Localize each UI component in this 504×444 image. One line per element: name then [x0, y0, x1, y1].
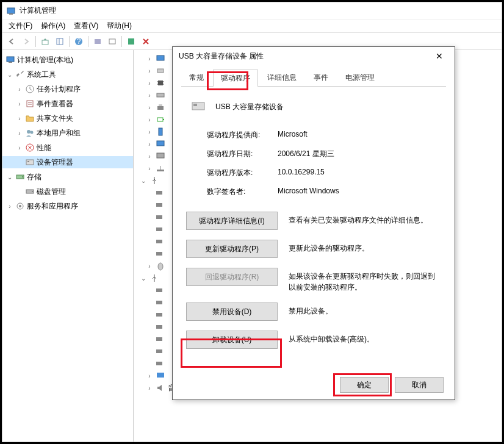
device-icon: [154, 224, 164, 234]
forward-button[interactable]: [20, 35, 33, 48]
svg-rect-55: [156, 337, 162, 341]
svg-rect-48: [156, 240, 162, 243]
svg-rect-1: [9, 13, 13, 15]
tree-root[interactable]: 计算机管理(本地): [17, 55, 73, 65]
signer-label: 数字签名者:: [207, 187, 278, 197]
tb-icon-1[interactable]: [91, 35, 104, 48]
device-icon: [154, 310, 164, 320]
svg-rect-57: [156, 362, 162, 365]
svg-rect-39: [159, 128, 162, 135]
svg-rect-45: [156, 203, 162, 207]
help-button[interactable]: ?: [72, 35, 85, 48]
expand-icon[interactable]: ›: [16, 86, 23, 93]
svg-rect-40: [157, 141, 164, 146]
rollback-driver-desc: 如果该设备在更新驱动程序时失败，则回退到以前安装的驱动程序。: [289, 268, 441, 293]
tab-power[interactable]: 电源管理: [337, 69, 383, 86]
svg-rect-46: [156, 215, 162, 219]
tree-performance[interactable]: 性能: [37, 143, 51, 153]
audio-icon: [156, 383, 165, 393]
window-title: 计算机管理: [20, 5, 56, 16]
tab-general[interactable]: 常规: [181, 69, 212, 86]
device-icon: [154, 322, 164, 332]
version-value: 10.0.16299.15: [278, 168, 325, 178]
svg-rect-0: [7, 8, 15, 13]
expand-icon[interactable]: ›: [16, 130, 23, 137]
update-driver-button[interactable]: 更新驱动程序(P): [186, 240, 278, 258]
driver-details-desc: 查看有关已安装驱动程序文件的详细信息。: [289, 212, 441, 226]
expand-icon[interactable]: ⌄: [6, 71, 13, 78]
device-manager-icon: [25, 157, 35, 167]
uninstall-device-button[interactable]: 卸载设备(U): [186, 331, 278, 349]
mouse-icon: [156, 261, 165, 271]
device-icon: [154, 188, 164, 198]
svg-point-17: [31, 131, 34, 134]
device-icon: [154, 249, 164, 259]
svg-rect-58: [157, 373, 164, 378]
date-label: 驱动程序日期:: [207, 149, 278, 159]
tree-local-users[interactable]: 本地用户和组: [37, 128, 81, 138]
tree-disk-mgmt[interactable]: 磁盘管理: [37, 187, 66, 197]
tree-task-scheduler[interactable]: 任务计划程序: [37, 84, 81, 95]
tb-icon-3[interactable]: [124, 35, 138, 48]
svg-rect-10: [7, 57, 14, 62]
cancel-button[interactable]: 取消: [395, 377, 444, 393]
clock-icon: [25, 84, 35, 94]
tab-details[interactable]: 详细信息: [259, 69, 304, 86]
svg-rect-51: [156, 288, 162, 292]
svg-point-50: [158, 263, 163, 270]
usb-icon: [149, 176, 159, 185]
tree-storage[interactable]: 存储: [27, 172, 41, 182]
tree-event-viewer[interactable]: 事件查看器: [37, 99, 73, 109]
tree-system-tools[interactable]: 系统工具: [27, 70, 56, 80]
services-icon: [15, 201, 25, 211]
expand-icon[interactable]: ›: [16, 101, 23, 107]
menu-file[interactable]: 文件(F): [5, 20, 36, 32]
network-icon: [156, 163, 165, 173]
menu-view[interactable]: 查看(V): [70, 20, 102, 32]
app-icon: [6, 6, 16, 16]
dialog-titlebar: USB 大容量存储设备 属性 ✕: [173, 47, 455, 65]
computer-icon: [5, 55, 15, 65]
svg-rect-8: [109, 39, 115, 44]
back-button[interactable]: [5, 35, 18, 48]
close-button[interactable]: ✕: [430, 47, 448, 65]
display-icon: [156, 371, 165, 381]
expand-icon[interactable]: ⌄: [6, 174, 13, 181]
expand-icon[interactable]: ›: [16, 115, 23, 122]
folder-icon: [25, 113, 35, 123]
expand-icon[interactable]: ›: [6, 203, 13, 210]
version-label: 驱动程序版本:: [207, 168, 278, 178]
tb-icon-4[interactable]: [139, 35, 153, 48]
tree-services-apps[interactable]: 服务和应用程序: [27, 201, 78, 212]
menu-help[interactable]: 帮助(H): [103, 20, 135, 32]
svg-rect-42: [157, 170, 164, 171]
svg-point-16: [27, 130, 31, 134]
svg-rect-56: [156, 349, 162, 353]
ok-button[interactable]: 确定: [340, 377, 389, 393]
disable-device-button[interactable]: 禁用设备(D): [186, 303, 278, 321]
tree-shared-folders[interactable]: 共享文件夹: [37, 113, 73, 124]
tab-events[interactable]: 事件: [306, 69, 336, 86]
tab-driver[interactable]: 驱动程序: [213, 70, 258, 87]
device-icon: [154, 298, 164, 307]
hid-icon: [156, 66, 165, 76]
tree-device-manager[interactable]: 设备管理器: [37, 157, 73, 168]
menu-action[interactable]: 操作(A): [37, 20, 69, 32]
show-hide-button[interactable]: [53, 35, 67, 48]
tb-icon-2[interactable]: [106, 35, 119, 48]
svg-rect-60: [193, 104, 197, 106]
svg-text:?: ?: [77, 37, 81, 46]
dialog-title: USB 大容量存储设备 属性: [179, 51, 430, 62]
tab-strip: 常规 驱动程序 详细信息 事件 电源管理: [173, 65, 455, 86]
svg-rect-29: [158, 81, 163, 85]
device-icon: [154, 359, 164, 368]
up-button[interactable]: [38, 35, 52, 48]
titlebar: 计算机管理: [2, 2, 502, 20]
disk-icon: [25, 187, 35, 196]
expand-icon[interactable]: ›: [16, 145, 23, 151]
update-driver-desc: 更新此设备的驱动程序。: [289, 240, 441, 254]
tools-icon: [15, 70, 25, 79]
driver-details-button[interactable]: 驱动程序详细信息(I): [186, 212, 278, 230]
printer-icon: [156, 102, 165, 112]
monitor-icon: [156, 151, 165, 161]
